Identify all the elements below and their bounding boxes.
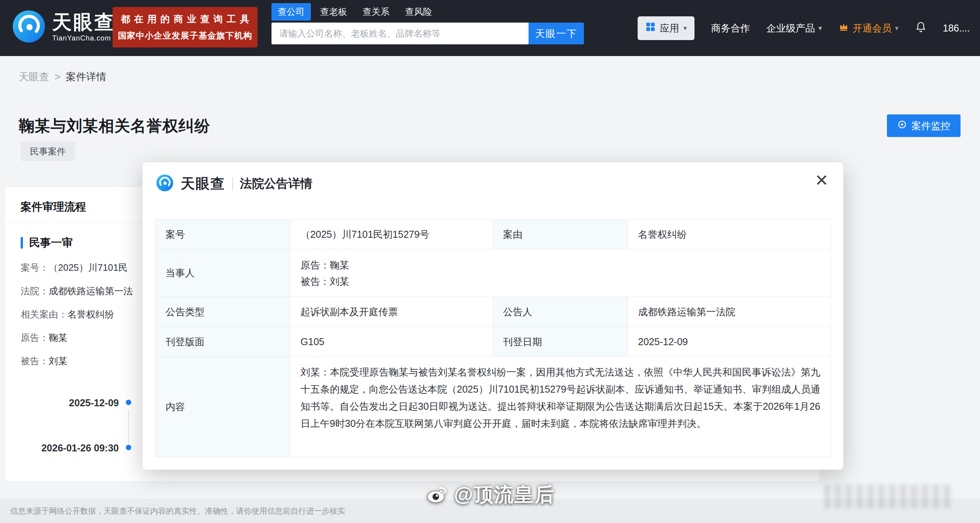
defendant-line: 被告：刘某 xyxy=(301,276,349,287)
stage-accent-bar xyxy=(21,237,23,249)
table-value: （2025）川7101民初15279号 xyxy=(291,219,493,249)
search-button[interactable]: 天眼一下 xyxy=(529,23,584,44)
nav-enterprise[interactable]: 企业级产品 ▾ xyxy=(766,22,822,35)
table-label: 刊登日期 xyxy=(493,327,628,357)
table-value: 成都铁路运输第一法院 xyxy=(628,297,830,327)
table-label: 案号 xyxy=(155,219,291,249)
field-defendant: 被告： 刘某 xyxy=(21,349,133,373)
crown-icon xyxy=(838,22,849,34)
modal-header: 天眼查 法院公告详情 xyxy=(156,174,312,193)
nav-account[interactable]: 186.... xyxy=(943,23,970,34)
notification-bell[interactable] xyxy=(915,21,927,35)
tab-risk[interactable]: 查风险 xyxy=(399,3,438,21)
table-value: G105 xyxy=(291,327,493,357)
table-label: 内容 xyxy=(155,357,291,457)
chevron-down-icon: ▾ xyxy=(895,24,899,32)
field-label: 案号： xyxy=(21,262,49,274)
case-type-badge: 民事案件 xyxy=(21,142,75,161)
timeline-date: 2025-12-09 xyxy=(5,397,119,409)
promo-line1: 都在用的商业查询工具 xyxy=(117,13,253,25)
table-label: 公告人 xyxy=(493,297,628,327)
monitor-icon xyxy=(897,119,907,132)
modal-brand: 天眼查 xyxy=(181,174,225,193)
announcement-table: 案号 （2025）川7101民初15279号 案由 名誉权纠纷 当事人 原告：鞠… xyxy=(155,219,831,457)
disclaimer-text: 信息来源于网络公开数据，天眼查不保证内容的真实性、准确性，请你使用信息前自行进一… xyxy=(10,506,345,516)
tab-boss[interactable]: 查老板 xyxy=(314,3,353,21)
tianyancha-logo-icon xyxy=(156,174,174,193)
tianyancha-logo-icon xyxy=(12,9,46,45)
nav-apps[interactable]: 应用 ▾ xyxy=(638,16,695,40)
breadcrumb-separator-icon: > xyxy=(55,71,60,83)
tianyancha-logo[interactable]: 天眼查 TianYanCha.com xyxy=(12,9,115,45)
search-bar: 天眼一下 xyxy=(271,23,584,44)
field-value: 鞠某 xyxy=(49,332,67,344)
field-case-no: 案号： （2025）川7101民 xyxy=(21,256,133,279)
chevron-down-icon: ▾ xyxy=(818,24,822,32)
field-court: 法院： 成都铁路运输第一法 xyxy=(21,279,133,303)
field-value: （2025）川7101民 xyxy=(49,262,128,274)
page-title: 鞠某与刘某相关名誉权纠纷 xyxy=(19,115,210,137)
field-plaintiff: 原告： 鞠某 xyxy=(21,326,133,349)
watermark-handle: @顶流皇后 xyxy=(454,482,555,508)
field-label: 被告： xyxy=(21,355,49,367)
breadcrumb: 天眼查 > 案件详情 xyxy=(19,70,106,84)
promo-line2: 国家中小企业发展子基金旗下机构 xyxy=(118,30,252,42)
promo-banner[interactable]: 都在用的商业查询工具 国家中小企业发展子基金旗下机构 xyxy=(113,7,257,47)
top-header: 天眼查 TianYanCha.com 都在用的商业查询工具 国家中小企业发展子基… xyxy=(0,0,980,56)
search-area: 查公司 查老板 查关系 查风险 天眼一下 xyxy=(271,3,584,44)
field-value: 成都铁路运输第一法 xyxy=(49,285,133,297)
field-label: 法院： xyxy=(21,285,49,297)
breadcrumb-home[interactable]: 天眼查 xyxy=(19,70,49,84)
tab-relation[interactable]: 查关系 xyxy=(356,3,396,21)
timeline-dot-icon xyxy=(126,445,131,450)
table-label: 案由 xyxy=(493,219,628,249)
weibo-watermark: @顶流皇后 xyxy=(425,482,555,508)
page: 天眼查 TianYanCha.com 都在用的商业查询工具 国家中小企业发展子基… xyxy=(0,0,980,523)
field-label: 原告： xyxy=(21,332,49,344)
field-label: 相关案由： xyxy=(21,308,67,321)
plaintiff-line: 原告：鞠某 xyxy=(301,259,349,271)
search-input[interactable] xyxy=(271,23,529,44)
modal-title: 法院公告详情 xyxy=(240,176,312,192)
bell-icon xyxy=(915,21,927,35)
card-section-title: 案件审理流程 xyxy=(21,200,86,214)
divider xyxy=(232,177,233,190)
nav-vip-label: 开通会员 xyxy=(853,22,892,35)
nav-cooperation[interactable]: 商务合作 xyxy=(711,22,750,35)
table-label: 刊登版面 xyxy=(155,327,291,357)
brand-name: 天眼查 xyxy=(52,12,115,33)
case-monitor-label: 案件监控 xyxy=(911,119,950,132)
field-value: 名誉权纠纷 xyxy=(67,308,114,321)
search-tabs: 查公司 查老板 查关系 查风险 xyxy=(271,3,584,20)
court-announcement-modal: 天眼查 法院公告详情 ✕ 案号 （2025）川7101民初15279号 案由 名… xyxy=(143,162,843,470)
breadcrumb-current: 案件详情 xyxy=(66,70,106,84)
field-cause: 相关案由： 名誉权纠纷 xyxy=(21,303,133,326)
timeline-connector xyxy=(128,410,129,447)
table-value: 2025-12-09 xyxy=(628,327,830,357)
field-value: 刘某 xyxy=(49,355,67,367)
nav-enterprise-label: 企业级产品 xyxy=(766,22,815,35)
table-value-parties: 原告：鞠某 被告：刘某 xyxy=(291,249,830,297)
brand-domain: TianYanCha.com xyxy=(52,34,115,42)
mosaic-watermark xyxy=(824,484,953,509)
table-value-content: 刘某：本院受理原告鞠某与被告刘某名誉权纠纷一案，因用其他方式无法送达，依照《中华… xyxy=(291,357,830,457)
case-fields: 案号： （2025）川7101民 法院： 成都铁路运输第一法 相关案由： 名誉权… xyxy=(21,256,133,373)
tab-company[interactable]: 查公司 xyxy=(271,3,311,21)
nav-apps-label: 应用 xyxy=(660,22,679,35)
stage-heading: 民事一审 xyxy=(21,235,73,250)
table-label: 公告类型 xyxy=(155,297,291,327)
table-label: 当事人 xyxy=(155,249,291,297)
case-monitor-button[interactable]: 案件监控 xyxy=(887,114,961,137)
close-icon[interactable]: ✕ xyxy=(815,172,828,189)
stage-label: 民事一审 xyxy=(29,235,73,250)
timeline-date: 2026-01-26 09:30 xyxy=(5,442,119,454)
table-value: 名誉权纠纷 xyxy=(628,219,830,249)
chevron-down-icon: ▾ xyxy=(684,24,687,32)
apps-grid-icon xyxy=(645,22,656,34)
nav-vip[interactable]: 开通会员 ▾ xyxy=(838,22,899,35)
table-value: 起诉状副本及开庭传票 xyxy=(291,297,493,327)
weibo-logo-icon xyxy=(425,483,449,507)
header-nav: 应用 ▾ 商务合作 企业级产品 ▾ 开通会员 ▾ xyxy=(638,0,970,56)
timeline-dot-icon xyxy=(126,400,131,405)
